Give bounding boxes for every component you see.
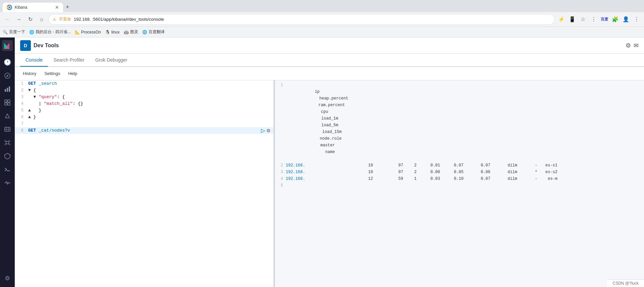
tab-title: Kibana (15, 5, 52, 10)
menu-btn[interactable]: ⋮ (589, 15, 598, 24)
col-load1: load_1m (315, 115, 338, 122)
bookmark-backend[interactable]: 🌐 我的后台 - 四川省... (29, 29, 71, 35)
sidebar: 🕐 (0, 38, 15, 287)
browser-nav-bar: ← → ↻ ⌂ ⚠ 不安全 192.168. :5601/app/kibana#… (0, 12, 644, 27)
sidebar-item-ml[interactable] (1, 137, 13, 149)
bookmark-baidu-search[interactable]: 🔍 百度一下 (3, 29, 25, 35)
svg-rect-8 (8, 103, 10, 105)
sidebar-item-devtools[interactable] (1, 163, 13, 175)
extension-btn[interactable]: 🧩 (610, 15, 620, 24)
editor-area: 1 GET _search 2 ▼ { 3 ▼ "query": { 4 | "… (15, 80, 644, 287)
security-label: 不安全 (59, 16, 71, 22)
tab-grok-debugger[interactable]: Grok Debugger (90, 54, 133, 67)
editor-line-7: 7 (15, 121, 273, 127)
bookmark-translate[interactable]: 🌐 百度翻译 (142, 29, 165, 35)
editor-line-3: 3 ▼ "query": { (15, 94, 273, 100)
bookmark-icon: 🐧 (105, 30, 110, 34)
svg-point-11 (5, 140, 6, 142)
svg-rect-6 (8, 100, 10, 102)
output-data-row-2: 3 192.168. 10 97 2 0.00 0.05 0.06 dilm *… (275, 169, 644, 175)
cast-btn[interactable]: 📱 (568, 15, 577, 24)
code-editor[interactable]: 1 GET _search 2 ▼ { 3 ▼ "query": { 4 | "… (15, 80, 274, 287)
toolbar: History Settings Help (15, 67, 644, 80)
tab-search-profiler[interactable]: Search Profiler (48, 54, 90, 67)
col-ram: ram.percent (315, 102, 345, 109)
home-button[interactable]: ⌂ (37, 15, 46, 24)
bookmark-icon: 🔍 (3, 30, 8, 34)
output-data-row-3: 4 192.168. 12 59 1 0.03 0.10 0.07 dilm -… (275, 175, 644, 182)
bookmark-icon: 📐 (75, 30, 80, 34)
bookmark-icon: 🌐 (142, 30, 147, 34)
kibana-app: 🕐 (0, 38, 644, 287)
main-content: D Dev Tools ⚙ ✉ Console Search Profiler … (15, 38, 644, 287)
app-title: Dev Tools (34, 43, 59, 49)
bookmark-icon: 🤖 (124, 30, 129, 34)
editor-line-6: 6 ▲ } (15, 114, 273, 121)
kibana-logo[interactable] (2, 40, 13, 51)
bookmarks-bar: 🔍 百度一下 🌐 我的后台 - 四川省... 📐 ProcessOn 🐧 lin… (0, 27, 644, 38)
svg-rect-4 (9, 86, 10, 92)
editor-line-1: 1 GET _search (15, 80, 273, 87)
sidebar-item-monitoring[interactable] (1, 177, 13, 189)
reload-button[interactable]: ↻ (25, 15, 35, 24)
sidebar-item-maps[interactable] (1, 123, 13, 135)
sidebar-item-settings[interactable]: ⚙ (1, 272, 13, 284)
browser-tab[interactable]: Kibana ✕ (3, 3, 63, 12)
svg-rect-5 (5, 100, 7, 102)
svg-point-13 (5, 144, 6, 145)
copy-query-btn[interactable]: ⚙ (266, 128, 271, 133)
editor-line-8: 8 GET _cat/nodes?v ▷ ⚙ (15, 127, 273, 134)
star-btn[interactable]: ☆ (578, 15, 588, 24)
back-button[interactable]: ← (3, 15, 12, 24)
svg-point-14 (9, 144, 10, 145)
svg-rect-2 (5, 89, 6, 92)
sidebar-item-discover[interactable] (1, 70, 13, 82)
run-query-btn[interactable]: ▷ (261, 127, 265, 134)
history-button[interactable]: History (20, 70, 39, 77)
output-data-row-1: 2 192.168. 10 97 2 0.01 0.07 0.07 dilm -… (275, 162, 644, 169)
bookmark-processon[interactable]: 📐 ProcessOn (75, 30, 101, 34)
svg-rect-3 (7, 88, 8, 92)
editor-line-5: 5 ▲ } (15, 107, 273, 114)
sidebar-item-canvas[interactable] (1, 110, 13, 122)
lightning-btn[interactable]: ⚡ (557, 15, 566, 24)
col-cpu: cpu (315, 109, 328, 115)
kibana-settings-btn[interactable]: ⚙ (626, 42, 631, 49)
col-name: name (315, 149, 335, 155)
col-load15: load_15m (315, 129, 341, 135)
app-logo: D (20, 40, 31, 51)
col-role: node.role (315, 135, 341, 142)
new-tab-button[interactable]: + (63, 2, 72, 12)
chrome-logo (7, 5, 12, 10)
bookmark-tuling[interactable]: 🤖 图灵 (124, 29, 138, 35)
help-button[interactable]: Help (65, 70, 80, 77)
bookmark-icon: 🌐 (29, 30, 34, 34)
tabs-bar: Console Search Profiler Grok Debugger (15, 54, 644, 67)
footer-text: CSDN @?luck (612, 281, 639, 286)
sidebar-item-dashboard[interactable] (1, 96, 13, 109)
sidebar-item-visualize[interactable] (1, 83, 13, 95)
col-ip: ip (315, 88, 368, 95)
address-bar[interactable]: ⚠ 不安全 192.168. :5601/app/kibana#/dev_too… (48, 14, 555, 25)
header-right: ⚙ ✉ (626, 42, 639, 49)
baidu-btn[interactable]: 百度 (600, 15, 609, 24)
svg-point-12 (9, 140, 10, 142)
sidebar-item-clock[interactable]: 🕐 (1, 56, 13, 68)
footer-bar: CSDN @?luck (607, 279, 644, 287)
tab-console[interactable]: Console (20, 54, 48, 67)
sidebar-item-siem[interactable] (1, 150, 13, 162)
bookmark-linux[interactable]: 🐧 linux (105, 30, 120, 34)
account-btn[interactable]: 👤 (621, 15, 631, 24)
more-btn[interactable]: ⋮ (632, 15, 641, 24)
tab-close-btn[interactable]: ✕ (55, 5, 59, 10)
kibana-mail-btn[interactable]: ✉ (634, 42, 639, 49)
svg-rect-7 (5, 103, 7, 105)
kibana-header: D Dev Tools ⚙ ✉ (15, 38, 644, 54)
forward-button[interactable]: → (14, 15, 23, 24)
col-heap: heap.percent (315, 95, 348, 102)
settings-button[interactable]: Settings (42, 70, 63, 77)
output-header-row: 1 ip heap.percent ram.percent cpu load_1… (275, 82, 644, 162)
col-master: master (315, 142, 335, 149)
editor-line-4: 4 | "match_all": {} (15, 100, 273, 107)
security-icon: ⚠ (53, 17, 56, 22)
